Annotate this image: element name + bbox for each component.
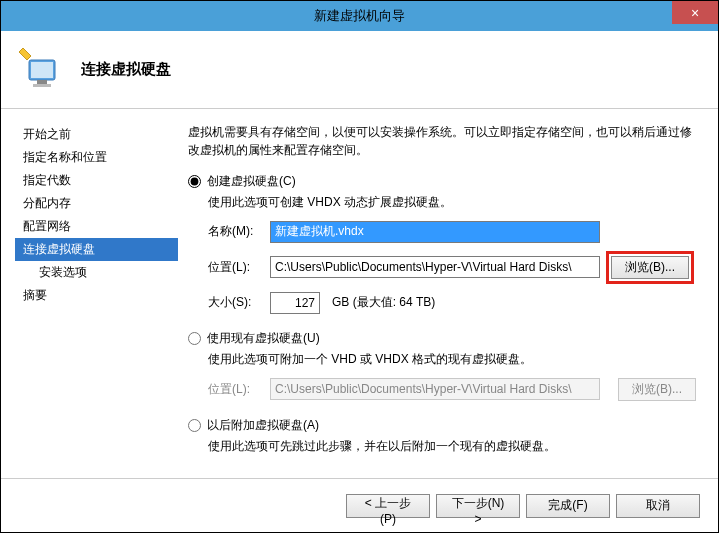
close-button[interactable]: × xyxy=(672,1,718,24)
sidebar: 开始之前 指定名称和位置 指定代数 分配内存 配置网络 连接虚拟硬盘 安装选项 … xyxy=(1,109,178,478)
existing-browse-button: 浏览(B)... xyxy=(618,378,696,401)
footer: < 上一步(P) 下一步(N) > 完成(F) 取消 xyxy=(1,478,718,532)
sidebar-item-start[interactable]: 开始之前 xyxy=(15,123,178,146)
header: 连接虚拟硬盘 xyxy=(1,31,718,109)
close-icon: × xyxy=(691,5,699,21)
page-title: 连接虚拟硬盘 xyxy=(81,60,171,79)
browse-button[interactable]: 浏览(B)... xyxy=(611,256,689,279)
finish-button[interactable]: 完成(F) xyxy=(526,494,610,518)
cancel-button[interactable]: 取消 xyxy=(616,494,700,518)
sidebar-item-install-options[interactable]: 安装选项 xyxy=(15,261,178,284)
option-create-desc: 使用此选项可创建 VHDX 动态扩展虚拟硬盘。 xyxy=(208,194,696,211)
existing-location-input xyxy=(270,378,600,400)
vhd-size-input[interactable] xyxy=(270,292,320,314)
next-button[interactable]: 下一步(N) > xyxy=(436,494,520,518)
vm-wizard-icon xyxy=(17,46,65,94)
option-attach-later: 以后附加虚拟硬盘(A) 使用此选项可先跳过此步骤，并在以后附加一个现有的虚拟硬盘… xyxy=(188,417,696,455)
radio-use-existing-label: 使用现有虚拟硬盘(U) xyxy=(207,330,320,347)
browse-highlight: 浏览(B)... xyxy=(606,251,694,284)
size-suffix: GB (最大值: 64 TB) xyxy=(332,294,435,311)
radio-use-existing[interactable] xyxy=(188,332,201,345)
body: 开始之前 指定名称和位置 指定代数 分配内存 配置网络 连接虚拟硬盘 安装选项 … xyxy=(1,109,718,478)
sidebar-item-generation[interactable]: 指定代数 xyxy=(15,169,178,192)
vhd-name-input[interactable] xyxy=(270,221,600,243)
svg-rect-3 xyxy=(37,80,47,84)
vhd-location-input[interactable] xyxy=(270,256,600,278)
sidebar-item-network[interactable]: 配置网络 xyxy=(15,215,178,238)
svg-rect-2 xyxy=(31,62,53,78)
size-label: 大小(S): xyxy=(208,294,264,311)
option-attach-later-desc: 使用此选项可先跳过此步骤，并在以后附加一个现有的虚拟硬盘。 xyxy=(208,438,696,455)
main-panel: 虚拟机需要具有存储空间，以便可以安装操作系统。可以立即指定存储空间，也可以稍后通… xyxy=(178,109,718,478)
option-create-vhd: 创建虚拟硬盘(C) 使用此选项可创建 VHDX 动态扩展虚拟硬盘。 名称(M):… xyxy=(188,173,696,314)
titlebar: 新建虚拟机向导 × xyxy=(1,1,718,31)
intro-text: 虚拟机需要具有存储空间，以便可以安装操作系统。可以立即指定存储空间，也可以稍后通… xyxy=(188,123,696,159)
radio-create-vhd-label: 创建虚拟硬盘(C) xyxy=(207,173,296,190)
sidebar-item-summary[interactable]: 摘要 xyxy=(15,284,178,307)
wizard-window: 新建虚拟机向导 × 连接虚拟硬盘 开始之前 指定名称和位置 指定代数 分配内存 … xyxy=(0,0,719,533)
radio-create-vhd[interactable] xyxy=(188,175,201,188)
radio-attach-later[interactable] xyxy=(188,419,201,432)
svg-marker-0 xyxy=(19,48,31,60)
window-title: 新建虚拟机向导 xyxy=(1,7,718,25)
location-label: 位置(L): xyxy=(208,259,264,276)
sidebar-item-name-location[interactable]: 指定名称和位置 xyxy=(15,146,178,169)
prev-button[interactable]: < 上一步(P) xyxy=(346,494,430,518)
option-use-existing-desc: 使用此选项可附加一个 VHD 或 VHDX 格式的现有虚拟硬盘。 xyxy=(208,351,696,368)
sidebar-item-memory[interactable]: 分配内存 xyxy=(15,192,178,215)
radio-attach-later-label: 以后附加虚拟硬盘(A) xyxy=(207,417,319,434)
sidebar-item-vhd[interactable]: 连接虚拟硬盘 xyxy=(15,238,178,261)
svg-rect-4 xyxy=(33,84,51,87)
name-label: 名称(M): xyxy=(208,223,264,240)
existing-location-label: 位置(L): xyxy=(208,381,264,398)
option-use-existing: 使用现有虚拟硬盘(U) 使用此选项可附加一个 VHD 或 VHDX 格式的现有虚… xyxy=(188,330,696,401)
